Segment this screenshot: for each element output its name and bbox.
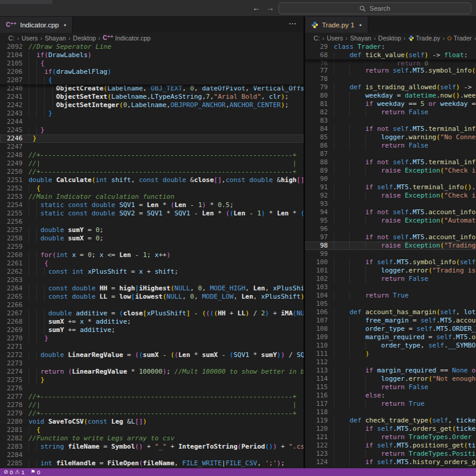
- code-line[interactable]: 91 if self.MT5.terminal_info().tradeapi_…: [305, 183, 476, 192]
- line-number[interactable]: 2259: [0, 243, 23, 251]
- code-line[interactable]: 2253//Main Indicator calculation functio…: [0, 193, 303, 201]
- code-line[interactable]: 2248//+---------------------------------…: [0, 151, 303, 159]
- line-number[interactable]: 29: [305, 43, 328, 51]
- line-number[interactable]: 113: [305, 367, 328, 375]
- breadcrumb-item[interactable]: Users: [327, 35, 343, 42]
- code-line[interactable]: 118: [305, 408, 476, 416]
- code-line[interactable]: 2268 sumX += x * additive;: [0, 318, 303, 326]
- code-line[interactable]: 76 return 0: [305, 60, 476, 67]
- code-line[interactable]: 84 if not self.MT5.terminal_info().conne…: [305, 125, 476, 133]
- line-number[interactable]: 68: [305, 51, 328, 60]
- line-number[interactable]: 2267: [0, 309, 23, 318]
- line-number[interactable]: 77: [305, 67, 328, 75]
- line-number[interactable]: 2251: [0, 176, 23, 184]
- breadcrumb-item[interactable]: Users: [21, 35, 37, 42]
- code-line[interactable]: 77 return self.MT5.symbol_info(self.__SY…: [305, 67, 476, 75]
- line-number[interactable]: 89: [305, 167, 328, 175]
- line-number[interactable]: 121: [305, 433, 328, 441]
- line-number[interactable]: 2207: [0, 76, 23, 84]
- code-line[interactable]: 85 logger.warning("No Connection"): [305, 133, 476, 142]
- code-line[interactable]: 121 return TradeTypes.Order: [305, 433, 476, 441]
- line-number[interactable]: 2247: [0, 143, 23, 151]
- code-line[interactable]: 2241 ObjectSetText(Labelname,LTypeAsStri…: [0, 93, 303, 101]
- code-line[interactable]: 2261 {: [0, 259, 303, 268]
- line-number[interactable]: 2246: [0, 134, 23, 143]
- line-number[interactable]: 2092: [0, 43, 23, 51]
- line-number[interactable]: 2256: [0, 218, 23, 226]
- line-number[interactable]: 114: [305, 375, 328, 383]
- code-line[interactable]: 68 def tick_value(self) -> float:: [305, 51, 476, 60]
- code-line[interactable]: 2276: [0, 384, 303, 393]
- line-number[interactable]: 2266: [0, 301, 23, 309]
- breadcrumb-item[interactable]: ◇Trader: [447, 35, 471, 42]
- line-number[interactable]: 2282: [0, 434, 23, 443]
- code-line[interactable]: 2257 double sumY = 0;: [0, 226, 303, 234]
- line-number[interactable]: 2250: [0, 168, 23, 176]
- code-line[interactable]: 2260 for(int x = 0; x <= Len - 1; x++): [0, 251, 303, 259]
- code-line[interactable]: 2267 double additive = (close[xPlusShift…: [0, 309, 303, 318]
- line-number[interactable]: 103: [305, 283, 328, 292]
- line-number[interactable]: 112: [305, 358, 328, 367]
- code-line[interactable]: 110 order_type, self.__SYMBOL, lot_size: [305, 342, 476, 350]
- nav-forward-icon[interactable]: →: [266, 2, 274, 13]
- code-line[interactable]: 29class Trader:: [305, 43, 476, 51]
- line-number[interactable]: 2244: [0, 118, 23, 126]
- code-line[interactable]: 2283 string fileName = Symbol() + "_" + …: [0, 443, 303, 451]
- code-line[interactable]: 98 raise Exception("Trading is forbidden…: [305, 242, 476, 250]
- code-line[interactable]: 109 margin_required = self.MT5.order_cal…: [305, 333, 476, 342]
- code-line[interactable]: 105: [305, 300, 476, 308]
- code-line[interactable]: 102 return False: [305, 275, 476, 283]
- line-number[interactable]: 2249: [0, 159, 23, 168]
- line-number[interactable]: 109: [305, 333, 328, 342]
- line-number[interactable]: 2277: [0, 393, 23, 401]
- nav-back-icon[interactable]: ←: [252, 2, 261, 13]
- line-number[interactable]: 110: [305, 342, 328, 350]
- line-number[interactable]: 2271: [0, 343, 23, 351]
- line-number[interactable]: 2245: [0, 126, 23, 134]
- code-line[interactable]: 123 return TradeTypes.Position: [305, 450, 476, 458]
- code-line[interactable]: 2249//| |: [0, 159, 303, 168]
- breadcrumb-item[interactable]: Shayan: [45, 35, 66, 42]
- code-line[interactable]: 2245 }: [0, 126, 303, 134]
- line-number[interactable]: 100: [305, 258, 328, 267]
- line-number[interactable]: 2274: [0, 368, 23, 376]
- line-number[interactable]: 2254: [0, 201, 23, 209]
- line-number[interactable]: 124: [305, 458, 328, 466]
- code-line[interactable]: 107 free_margin = self.MT5.account_info(…: [305, 317, 476, 325]
- line-number[interactable]: 90: [305, 175, 328, 183]
- line-number[interactable]: 106: [305, 308, 328, 317]
- code-line[interactable]: 2244: [0, 118, 303, 126]
- line-number[interactable]: 102: [305, 275, 328, 283]
- line-number[interactable]: 108: [305, 325, 328, 333]
- code-line[interactable]: 103: [305, 283, 476, 292]
- code-line[interactable]: 2280void SaveToCSV(const Leg &L[]): [0, 418, 303, 426]
- code-line[interactable]: 113 if margin_required == None or free_m…: [305, 367, 476, 375]
- code-line[interactable]: 2271: [0, 343, 303, 351]
- code-line[interactable]: 2275 }: [0, 376, 303, 384]
- tab-indicator-cpp[interactable]: C⁺⁺ Indicator.cpp ●: [0, 17, 73, 33]
- code-line[interactable]: 116 else:: [305, 392, 476, 400]
- line-number[interactable]: 2253: [0, 193, 23, 201]
- line-number[interactable]: 115: [305, 383, 328, 392]
- code-line[interactable]: 2255 static const double SQV2 = SQV1 * S…: [0, 209, 303, 218]
- code-line[interactable]: 2279//+---------------------------------…: [0, 409, 303, 418]
- line-number[interactable]: 2260: [0, 251, 23, 259]
- code-line[interactable]: 2281 {: [0, 426, 303, 434]
- line-number[interactable]: 2257: [0, 226, 23, 234]
- code-line[interactable]: 89 raise Exception("Check if auto"): [305, 167, 476, 175]
- line-number[interactable]: 95: [305, 217, 328, 225]
- code-line[interactable]: 2247: [0, 143, 303, 151]
- line-number[interactable]: 117: [305, 400, 328, 408]
- line-number[interactable]: 2283: [0, 443, 23, 451]
- line-number[interactable]: 123: [305, 450, 328, 458]
- line-number[interactable]: 2248: [0, 151, 23, 159]
- breadcrumb-item[interactable]: Shayan: [350, 35, 371, 42]
- code-line[interactable]: 106 def account_has_margin(self, lot_siz…: [305, 308, 476, 317]
- code-line[interactable]: 99: [305, 250, 476, 258]
- code-line[interactable]: 88 if not self.MT5.terminal_info().trade…: [305, 158, 476, 167]
- code-line[interactable]: 2266: [0, 301, 303, 309]
- line-number[interactable]: 2258: [0, 234, 23, 243]
- code-line[interactable]: 2206 if(drawLabelFlag): [0, 68, 303, 76]
- code-line[interactable]: 93: [305, 200, 476, 208]
- code-line[interactable]: 2242 ObjectSetInteger(0,Labelname,OBJPRO…: [0, 101, 303, 109]
